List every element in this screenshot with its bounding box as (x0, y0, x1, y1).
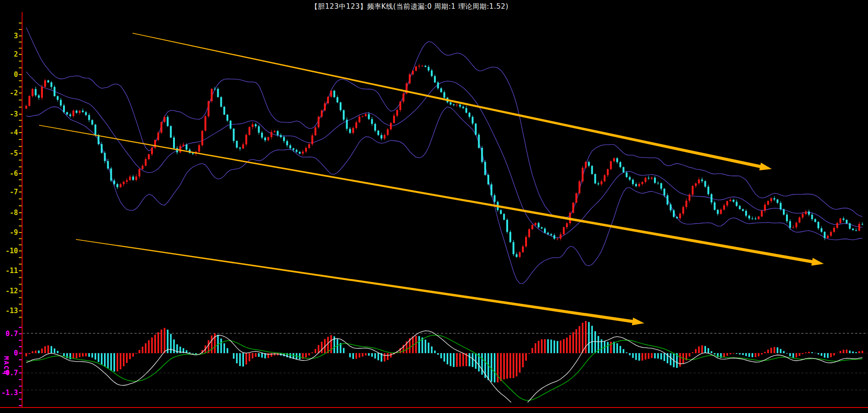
candle-body (843, 218, 845, 220)
macd-histogram-bar (164, 328, 166, 353)
candle-body (35, 89, 36, 95)
y-axis-label: -11 (6, 267, 18, 275)
candle-body (450, 102, 451, 105)
candle-body (318, 116, 319, 127)
macd-histogram-bar (126, 353, 128, 363)
candle-body (862, 224, 863, 224)
macd-histogram-bar (63, 353, 65, 356)
candle-body (808, 211, 810, 215)
macd-histogram-bar (51, 346, 52, 353)
macd-histogram-bar (698, 346, 700, 353)
macd-histogram-bar (811, 352, 813, 353)
candle-body (805, 211, 807, 214)
candle-body (506, 220, 508, 232)
candle-body (638, 184, 640, 186)
macd-histogram-bar (554, 340, 556, 353)
candle-body (245, 135, 247, 145)
candle-body (811, 215, 813, 219)
candle-body (629, 177, 631, 180)
macd-histogram-bar (745, 353, 747, 356)
macd-histogram-bar (132, 353, 134, 357)
candle-body (38, 95, 40, 98)
y-axis-label: 3 (14, 32, 18, 40)
candle-body (613, 158, 615, 162)
macd-histogram-bar (793, 353, 794, 358)
candle-body (293, 148, 295, 150)
candle-body (69, 115, 71, 116)
bollinger-upper-band (26, 28, 862, 218)
candle-body (51, 82, 52, 87)
candle-body (261, 133, 263, 138)
macd-histogram-bar (151, 337, 153, 353)
macd-histogram-bar (707, 348, 709, 353)
candle-body (821, 228, 822, 232)
candle-body (142, 166, 144, 169)
macd-histogram-bar (645, 353, 647, 360)
macd-histogram-bar (786, 353, 788, 354)
candle-body (582, 168, 584, 181)
macd-histogram-bar (299, 353, 301, 360)
y-axis-label: 2 (14, 50, 18, 58)
candle-body (314, 127, 316, 135)
candle-body (478, 135, 480, 148)
candle-body (645, 178, 647, 182)
candle-body (343, 110, 345, 120)
trend-arrow (133, 33, 772, 170)
macd-histogram-bar (233, 353, 235, 359)
macd-histogram-bar (390, 353, 392, 357)
candle-body (217, 89, 219, 97)
candle-body (761, 211, 763, 217)
y-axis-label: -5 (10, 149, 18, 157)
macd-histogram-bar (226, 348, 228, 353)
candle-body (729, 200, 731, 201)
bollinger-lower-band (26, 107, 862, 284)
macd-histogram-bar (780, 349, 781, 353)
candle-body (220, 97, 222, 107)
macd-histogram-bar (192, 353, 194, 354)
candle-body (560, 234, 561, 238)
macd-histogram-bar (770, 348, 772, 353)
candle-body (264, 138, 266, 140)
candle-body (538, 223, 539, 227)
candle-body (657, 183, 659, 183)
candle-body (475, 123, 477, 134)
candle-body (91, 120, 93, 125)
y-axis-label: -9 (10, 228, 18, 237)
macd-histogram-bar (434, 350, 436, 353)
macd-histogram-bar (453, 353, 455, 367)
candle-body (274, 131, 276, 132)
macd-histogram-bar (239, 353, 241, 366)
macd-histogram-bar (585, 321, 587, 353)
candle-body (242, 145, 244, 149)
candle-body (541, 227, 543, 229)
candle-body (519, 252, 521, 257)
macd-pane[interactable] (25, 321, 863, 407)
candle-body (161, 122, 162, 133)
candle-body (412, 71, 414, 75)
candle-body (472, 117, 474, 124)
candle-body (509, 232, 511, 242)
candle-body (79, 111, 81, 113)
candle-body (685, 201, 687, 207)
candle-body (532, 225, 533, 229)
candle-body (327, 97, 329, 103)
candle-body (663, 189, 665, 195)
price-pane[interactable] (25, 28, 863, 284)
candle-body (585, 162, 587, 168)
candle-body (431, 70, 433, 76)
candle-body (456, 105, 458, 105)
macd-histogram-bar (69, 353, 71, 359)
candle-body (110, 169, 112, 180)
kline-chart-canvas[interactable]: 320-2-3-4-5-6-7-8-9-10-11-12-130.70-0.7-… (0, 0, 868, 413)
macd-histogram-bar (145, 343, 147, 353)
candle-body (469, 113, 470, 117)
macd-histogram-bar (550, 340, 552, 353)
candle-body (610, 161, 612, 169)
candle-body (418, 66, 420, 66)
candle-body (72, 111, 74, 116)
macd-histogram-bar (817, 353, 819, 355)
macd-histogram-bar (777, 347, 779, 353)
candle-body (154, 140, 156, 148)
candle-body (553, 235, 555, 239)
candle-body (484, 162, 486, 175)
